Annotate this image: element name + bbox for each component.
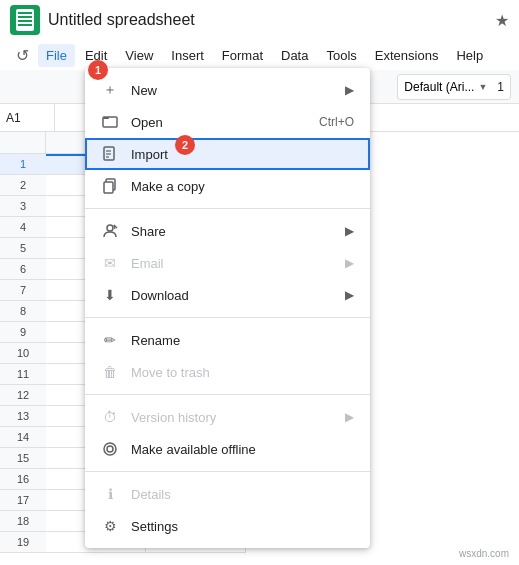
svg-point-11: [104, 443, 116, 455]
details-label: Details: [131, 487, 354, 502]
menu-item-makecopy[interactable]: Make a copy: [85, 170, 370, 202]
menu-item-details: ℹ Details: [85, 478, 370, 510]
menu-item-email: ✉ Email ▶: [85, 247, 370, 279]
new-icon: ＋: [101, 81, 119, 99]
menu-item-movetotrash: 🗑 Move to trash: [85, 356, 370, 388]
svg-point-12: [107, 446, 113, 452]
history-arrow: ▶: [345, 410, 354, 424]
file-dropdown-menu: ＋ New ▶ Open Ctrl+O: [85, 68, 370, 548]
divider-2: [85, 317, 370, 318]
menu-item-rename[interactable]: ✏ Rename: [85, 324, 370, 356]
divider-1: [85, 208, 370, 209]
menu-item-versionhistory: ⏱ Version history ▶: [85, 401, 370, 433]
movetotrash-label: Move to trash: [131, 365, 354, 380]
step-badge-1: 1: [88, 60, 108, 80]
offline-label: Make available offline: [131, 442, 354, 457]
step-badge-2: 2: [175, 135, 195, 155]
offline-icon: [101, 440, 119, 458]
menu-item-new[interactable]: ＋ New ▶: [85, 74, 370, 106]
download-label: Download: [131, 288, 333, 303]
history-icon: ⏱: [101, 408, 119, 426]
settings-icon: ⚙: [101, 517, 119, 535]
share-icon: [101, 222, 119, 240]
trash-icon: 🗑: [101, 363, 119, 381]
download-arrow: ▶: [345, 288, 354, 302]
share-arrow: ▶: [345, 224, 354, 238]
open-label: Open: [131, 115, 307, 130]
makecopy-label: Make a copy: [131, 179, 354, 194]
menu-item-import[interactable]: Import: [85, 138, 370, 170]
copy-icon: [101, 177, 119, 195]
import-icon: [101, 145, 119, 163]
email-arrow: ▶: [345, 256, 354, 270]
share-label: Share: [131, 224, 333, 239]
open-icon: [101, 113, 119, 131]
rename-icon: ✏: [101, 331, 119, 349]
settings-label: Settings: [131, 519, 354, 534]
open-shortcut: Ctrl+O: [319, 115, 354, 129]
dropdown-overlay: ＋ New ▶ Open Ctrl+O: [0, 0, 519, 565]
menu-item-offline[interactable]: Make available offline: [85, 433, 370, 465]
menu-item-share[interactable]: Share ▶: [85, 215, 370, 247]
download-icon: ⬇: [101, 286, 119, 304]
svg-rect-7: [104, 182, 113, 193]
details-icon: ℹ: [101, 485, 119, 503]
versionhistory-label: Version history: [131, 410, 333, 425]
svg-point-8: [107, 225, 113, 231]
email-label: Email: [131, 256, 333, 271]
menu-item-open[interactable]: Open Ctrl+O: [85, 106, 370, 138]
new-label: New: [131, 83, 333, 98]
divider-4: [85, 471, 370, 472]
import-label: Import: [131, 147, 354, 162]
divider-3: [85, 394, 370, 395]
rename-label: Rename: [131, 333, 354, 348]
new-arrow: ▶: [345, 83, 354, 97]
menu-item-settings[interactable]: ⚙ Settings: [85, 510, 370, 542]
menu-item-download[interactable]: ⬇ Download ▶: [85, 279, 370, 311]
email-icon: ✉: [101, 254, 119, 272]
